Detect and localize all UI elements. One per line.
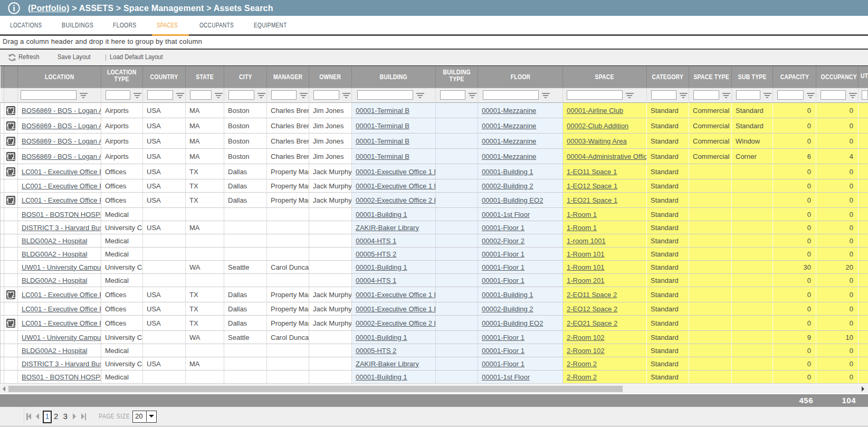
svg-text:i: i [13,4,15,13]
